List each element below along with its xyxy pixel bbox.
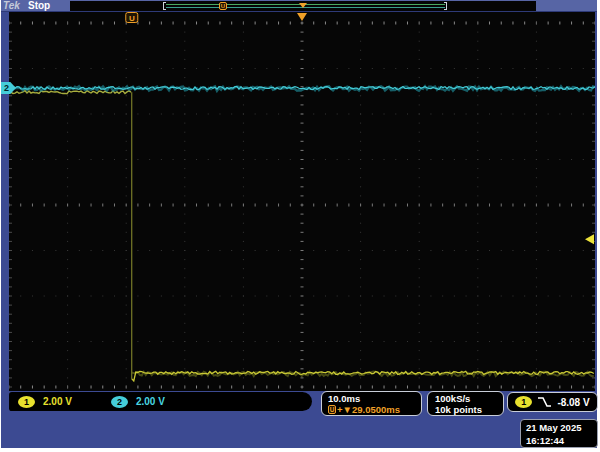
ch1-trace-low bbox=[132, 371, 594, 380]
window-bracket-left bbox=[163, 2, 166, 10]
trigger-readout: 1 -8.08 V bbox=[507, 392, 598, 412]
channel2-badge: 2 bbox=[111, 396, 128, 408]
trigger-level: -8.08 V bbox=[557, 397, 589, 408]
oscilloscope-screenshot: Tek Stop U U 2 1 2.00 V 2 2.00 V 10.0ms bbox=[0, 0, 600, 452]
channel1-scale: 2.00 V bbox=[43, 396, 72, 407]
timebase-readout: 10.0ms U +▼ 29.0500ms bbox=[321, 391, 422, 416]
time-label: 16:12:44 bbox=[526, 434, 597, 447]
record-delay-marker-icon: U bbox=[219, 2, 227, 10]
sample-rate: 100kS/s bbox=[435, 393, 503, 404]
record-view-strip: U bbox=[70, 1, 536, 11]
trigger-position-marker-icon bbox=[297, 13, 307, 21]
tek-logo: Tek bbox=[3, 0, 20, 12]
timebase-scale: 10.0ms bbox=[328, 393, 421, 404]
trigger-level-arrow-icon bbox=[585, 234, 594, 244]
waveform-svg: U bbox=[9, 12, 595, 391]
date-label: 21 May 2025 bbox=[526, 421, 597, 434]
delay-prefix: +▼ bbox=[337, 404, 352, 415]
acquisition-readout: 100kS/s 10k points bbox=[427, 391, 504, 416]
datetime-box: 21 May 2025 16:12:44 bbox=[520, 419, 598, 448]
channel2-scale: 2.00 V bbox=[136, 396, 165, 407]
acquisition-status: Stop bbox=[28, 0, 50, 12]
trigger-source-badge: 1 bbox=[515, 396, 532, 408]
scope-screen: Tek Stop U U 2 1 2.00 V 2 2.00 V 10.0ms bbox=[1, 0, 597, 448]
channel1-badge: 1 bbox=[18, 396, 35, 408]
delay-marker-icon: U bbox=[328, 405, 336, 414]
delay-marker-label: U bbox=[129, 14, 135, 23]
graticule: U bbox=[9, 12, 595, 391]
delay-value: 29.0500ms bbox=[352, 404, 400, 415]
window-bracket-right bbox=[444, 2, 447, 10]
record-trigger-position-icon bbox=[299, 3, 307, 8]
header-bar: Tek Stop U bbox=[1, 0, 597, 12]
delay-readout: U +▼ 29.0500ms bbox=[328, 404, 421, 415]
falling-edge-icon bbox=[537, 396, 552, 408]
record-length: 10k points bbox=[435, 404, 503, 415]
channel-readout-strip: 1 2.00 V 2 2.00 V bbox=[9, 392, 312, 411]
